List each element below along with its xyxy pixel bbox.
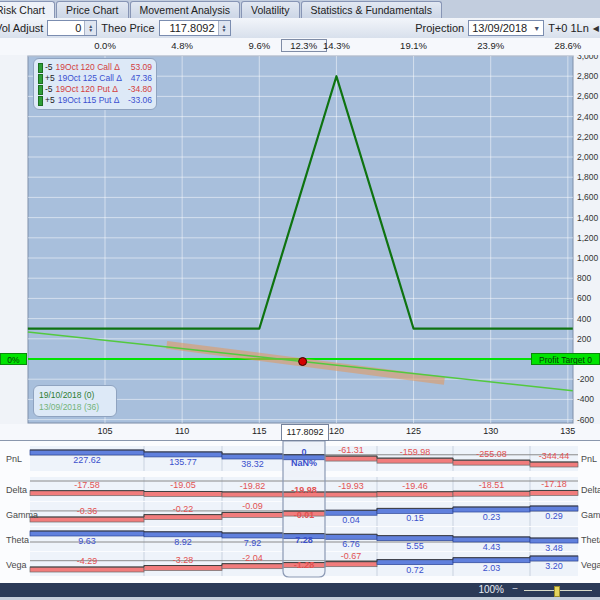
- projection-mode-label: T+0 1Ln: [548, 22, 589, 34]
- greek-value: 227.62: [73, 455, 101, 465]
- y-tick-label: 2,400: [577, 112, 599, 122]
- percent-label: 28.6%: [546, 40, 590, 51]
- percent-label: 19.1%: [392, 40, 436, 51]
- legend-item: +519Oct 115 Put Δ-33.06: [38, 95, 152, 106]
- projection-date-dropdown[interactable]: 13/09/2018 ▼: [468, 20, 544, 36]
- legend-item: +519Oct 125 Call Δ47.36: [38, 73, 152, 84]
- legend-desc: 19Oct 120 Call Δ: [56, 62, 131, 73]
- greek-value: -4.29: [77, 556, 98, 566]
- y-tick-label: 3,000: [577, 55, 599, 61]
- greek-step-bar: [453, 460, 530, 465]
- greek-value: -159.98: [400, 447, 431, 457]
- x-tick-label: 125: [392, 426, 436, 436]
- tab-bar: Risk Chart Price Chart Movement Analysis…: [0, 0, 600, 18]
- legend-qty: +5: [45, 73, 55, 84]
- greek-value: 0.04: [342, 515, 360, 525]
- legend-qty: -5: [45, 84, 53, 95]
- legend-item: -519Oct 120 Call Δ53.09: [38, 62, 152, 73]
- greek-step-bar: [144, 515, 222, 520]
- row-label-left: Vega: [6, 560, 27, 570]
- y-tick-label: 800: [577, 273, 591, 283]
- tab-movement-analysis[interactable]: Movement Analysis: [130, 1, 240, 18]
- row-label-left: PnL: [6, 454, 22, 464]
- current-price-greek-value: -0.01: [294, 510, 315, 520]
- greek-value: 38.32: [241, 459, 264, 469]
- greek-value: -19.46: [402, 481, 428, 491]
- y-tick-label: 2,600: [577, 91, 599, 101]
- greek-value: -0.09: [242, 501, 263, 511]
- percent-label: 23.9%: [469, 40, 513, 51]
- theo-price-spinner[interactable]: 117.8092 ▲▼: [159, 20, 231, 36]
- row-label-right: PnL: [581, 454, 597, 464]
- legend-delta-value: -33.06: [128, 95, 152, 106]
- y-tick-label: 400: [577, 314, 591, 324]
- tab-price-chart[interactable]: Price Chart: [56, 1, 129, 18]
- vol-adjust-value[interactable]: 0: [48, 21, 84, 35]
- y-tick-label: 1,000: [577, 253, 599, 263]
- zoom-out-button[interactable]: −: [512, 583, 518, 594]
- greek-step-bar: [453, 491, 530, 496]
- current-price-greek-value: 0: [301, 447, 306, 457]
- greek-value: -19.93: [338, 481, 364, 491]
- tab-risk-chart[interactable]: Risk Chart: [0, 1, 55, 18]
- legend-delta-value: -34.80: [128, 84, 152, 95]
- percent-label: 4.8%: [160, 40, 204, 51]
- greek-value: 0.29: [545, 511, 563, 521]
- row-label-right: Theta: [581, 535, 600, 545]
- greek-value: -19.05: [170, 480, 196, 490]
- y-tick-label: 2,000: [577, 152, 599, 162]
- position-bar-icon: [38, 63, 43, 73]
- zoom-level-label: 100%: [478, 584, 504, 595]
- row-label-left: Delta: [6, 485, 27, 495]
- greek-value: 3.20: [545, 561, 563, 571]
- greek-step-bar: [325, 492, 377, 497]
- current-price-box: 117.8092: [281, 424, 329, 441]
- spinner-arrows-icon[interactable]: ▲▼: [84, 21, 96, 35]
- row-label-left: Theta: [6, 535, 29, 545]
- y-tick-label: 1,400: [577, 213, 599, 223]
- x-tick-label: 115: [237, 426, 281, 436]
- y-tick-label: 1,200: [577, 233, 599, 243]
- row-label-right: Gamma: [581, 510, 600, 520]
- greek-step-bar: [30, 491, 144, 496]
- x-tick-label: 130: [469, 426, 513, 436]
- greek-value: 6.76: [342, 539, 360, 549]
- row-label-right: Delta: [581, 485, 600, 495]
- y-tick-label: -200: [577, 374, 594, 384]
- greek-value: 5.55: [406, 541, 424, 551]
- spinner-arrows-icon[interactable]: ▲▼: [218, 21, 230, 35]
- risk-graph[interactable]: 3,0002,8002,6002,4002,2002,0001,8001,600…: [0, 55, 600, 424]
- legend-desc: 19Oct 125 Call Δ: [58, 73, 131, 84]
- plot-area[interactable]: [28, 56, 573, 423]
- greek-value: 9.63: [78, 536, 96, 546]
- greek-step-bar: [325, 562, 377, 567]
- greek-value: 2.03: [483, 563, 501, 573]
- theo-price-value[interactable]: 117.8092: [160, 21, 218, 35]
- greek-step-bar: [377, 492, 453, 497]
- legend-qty: +5: [45, 95, 55, 106]
- y-tick-label: -600: [577, 415, 594, 424]
- zoom-slider-thumb[interactable]: [554, 586, 560, 597]
- greek-value: -17.18: [541, 479, 567, 489]
- current-price-greek-value: -1.28: [294, 560, 315, 570]
- tab-volatility[interactable]: Volatility: [241, 1, 300, 18]
- date-label: 13/09/2018 (36): [39, 401, 111, 413]
- y-tick-label: 2,800: [577, 71, 599, 81]
- position-legend: -519Oct 120 Call Δ53.09+519Oct 125 Call …: [33, 58, 157, 110]
- tab-statistics-fundamentals[interactable]: Statistics & Fundamentals: [301, 1, 442, 18]
- greek-step-bar: [222, 512, 283, 517]
- x-tick-label: 110: [160, 426, 204, 436]
- vol-adjust-label: Vol Adjust: [0, 22, 43, 34]
- greek-value: -255.08: [476, 449, 507, 459]
- greek-value: -19.82: [240, 481, 266, 491]
- legend-desc: 19Oct 120 Put Δ: [56, 84, 128, 95]
- greek-step-bar: [377, 458, 453, 463]
- expiry-dates-box: 19/10/2018 (0)13/09/2018 (36): [33, 385, 117, 417]
- vol-adjust-spinner[interactable]: 0 ▲▼: [47, 20, 97, 36]
- x-tick-label: 135: [546, 426, 590, 436]
- current-price-dot: [299, 358, 307, 366]
- greek-step-bar: [222, 492, 283, 497]
- nav-left-arrow-icon[interactable]: ◀: [593, 24, 599, 33]
- date-label: 19/10/2018 (0): [39, 389, 111, 401]
- y-tick-label: 600: [577, 293, 591, 303]
